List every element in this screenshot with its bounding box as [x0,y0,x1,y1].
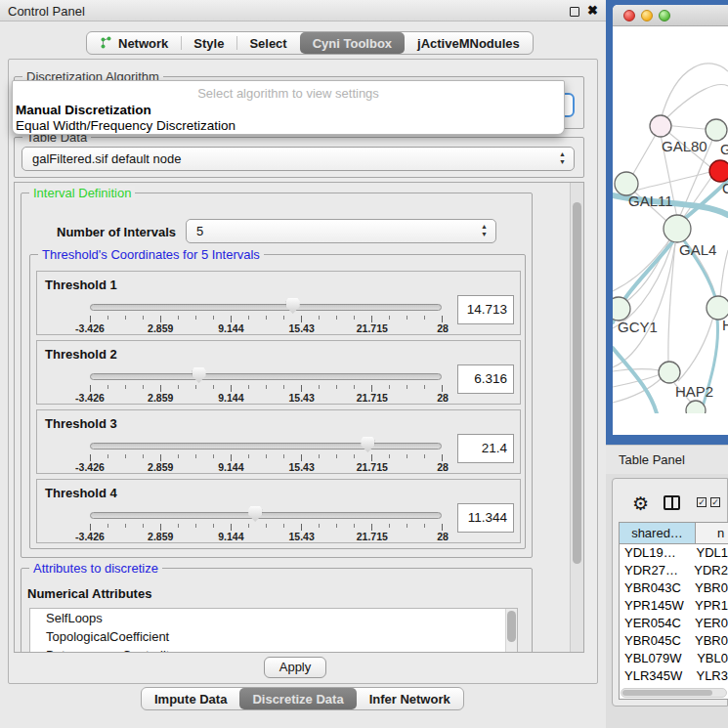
tab-jactivemnodules[interactable]: jActiveMNodules [405,32,533,54]
scrollbar-thumb[interactable] [507,611,516,642]
tab-discretize-data[interactable]: Discretize Data [239,688,356,709]
list-item[interactable]: BetweennessCentrality [30,646,517,653]
top-tab-bar: Network Style Select Cyni Toolbox jActiv… [86,31,534,55]
column-header-name[interactable]: n [696,523,728,543]
float-window-icon[interactable] [570,7,579,17]
threshold-2-slider-track[interactable] [90,373,442,380]
settings-vertical-scrollbar[interactable] [570,183,583,652]
node-gal4[interactable] [664,215,691,242]
tick-label: 2.859 [148,392,173,404]
cell[interactable]: YPR145W [620,597,693,615]
tab-style[interactable]: Style [181,32,236,54]
numerical-attributes-list[interactable]: SelfLoops TopologicalCoefficient Between… [29,608,518,653]
num-intervals-value: 5 [196,224,203,238]
tick-label: 21.715 [357,392,388,404]
dropdown-hint: Select algorithm to view settings [13,86,564,101]
table-row[interactable]: YBR045CYBR0 [620,632,728,650]
tick-label: 9.144 [218,461,243,473]
threshold-1-slider-track[interactable] [90,304,442,311]
cell[interactable]: YBR0 [693,579,728,597]
cell[interactable]: YLR3 [694,667,728,685]
tick-label: 9.144 [218,322,243,334]
table-row[interactable]: YPR145WYPR1 [620,597,728,615]
tick-label: -3.426 [75,531,105,542]
node-gal80[interactable] [650,115,671,137]
cell[interactable]: YBR0 [693,632,728,650]
cell[interactable]: YBR045C [620,632,693,650]
network-canvas[interactable]: GAL80 GAL11 GAL4 GCY1 HAP2 G. C H [613,27,728,413]
threshold-2-value-field[interactable]: 6.316 [457,364,514,394]
attributes-group: Attributes to discretize Numerical Attri… [21,568,533,653]
table-row[interactable]: YBR043CYBR0 [620,579,728,597]
dropdown-item-manual[interactable]: Manual Discretization [16,103,151,117]
list-item[interactable]: TopologicalCoefficient [30,627,517,646]
cell[interactable]: YER0 [693,615,728,632]
minimize-traffic-light-icon[interactable] [641,10,653,21]
threshold-2-slider-thumb[interactable] [193,367,206,383]
cell[interactable]: YBR043C [620,579,693,597]
checkbox-icon[interactable]: ✓ [697,497,707,507]
attributes-scrollbar[interactable] [505,609,517,653]
node-red[interactable] [709,160,728,182]
interval-definition-title: Interval Definition [29,186,135,200]
cell[interactable]: YBL079W [620,650,695,667]
threshold-3-slider-track[interactable] [90,443,442,450]
major-ticks [90,524,443,531]
cell[interactable]: YDR2 [692,562,728,579]
threshold-4-value-field[interactable]: 11.344 [457,503,514,533]
tick-label: 9.144 [218,392,243,404]
gear-icon[interactable]: ⚙ [632,492,649,515]
list-item[interactable]: SelfLoops [30,609,517,627]
tab-select[interactable]: Select [236,32,299,54]
tab-impute-data[interactable]: Impute Data [142,688,239,709]
table-row[interactable]: YLR345WYLR3 [620,667,728,685]
dropdown-item-equal-width[interactable]: Equal Width/Frequency Discretization [16,118,236,133]
column-header-shared[interactable]: shared… [620,523,696,543]
tick-label: 21.715 [357,322,388,334]
scrollbar-thumb[interactable] [622,690,712,696]
cell[interactable]: YBL0 [695,650,728,667]
tick-labels: -3.426 2.859 9.144 15.43 21.715 28 [90,322,443,334]
checkbox-icon[interactable]: ✓ [710,497,720,507]
threshold-3-value-field[interactable]: 21.4 [457,434,514,463]
cell[interactable]: YPR1 [693,597,728,615]
scrollbar-thumb[interactable] [573,202,581,564]
threshold-2-label: Threshold 2 [45,347,117,362]
node-gcy1[interactable] [613,297,630,321]
tab-network[interactable]: Network [87,32,181,54]
tick-label: 15.43 [288,322,314,334]
table-row[interactable]: YBL079WYBL0 [620,650,728,667]
num-intervals-spinner[interactable]: 5 ▲▼ [186,219,496,243]
close-traffic-light-icon[interactable] [623,10,635,21]
tab-cyni-toolbox[interactable]: Cyni Toolbox [300,32,405,54]
tab-discretize-data-label: Discretize Data [252,692,343,707]
table-row[interactable]: YER054CYER0 [620,615,728,632]
table-row[interactable]: YDR27…YDR2 [620,562,728,579]
threshold-4-slider-track[interactable] [90,512,442,519]
table-horizontal-scrollbar[interactable] [621,688,727,698]
interval-definition-group: Interval Definition Number of Intervals … [21,193,533,558]
table-data-combo[interactable]: galFiltered.sif default node ▲▼ [21,147,575,171]
table-panel-title: Table Panel [619,452,685,467]
cell[interactable]: YLR345W [620,667,694,685]
tab-infer-network[interactable]: Infer Network [357,688,463,709]
cell[interactable]: YDL19… [620,544,694,562]
zoom-traffic-light-icon[interactable] [659,10,670,21]
cell[interactable]: YER054C [620,615,693,632]
threshold-1-value-field[interactable]: 14.713 [457,295,514,324]
table-row[interactable]: YDL19…YDL1 [620,544,728,562]
tick-label: -3.426 [75,461,105,473]
algorithm-dropdown-popup: Select algorithm to view settings Manual… [12,80,565,135]
close-icon[interactable]: ✖ [587,3,598,18]
threshold-4-slider-thumb[interactable] [248,506,262,522]
cell[interactable]: YDL1 [694,544,728,562]
apply-button[interactable]: Apply [264,657,326,678]
threshold-3-slider-thumb[interactable] [361,437,374,452]
threshold-1-slider-thumb[interactable] [286,298,300,314]
tick-label: 15.43 [288,461,314,473]
cell[interactable]: YDR27… [620,562,692,579]
node-top-right[interactable] [706,119,727,141]
node-hap2[interactable] [659,362,680,383]
tab-style-label: Style [193,36,224,51]
split-columns-icon[interactable] [664,495,680,510]
